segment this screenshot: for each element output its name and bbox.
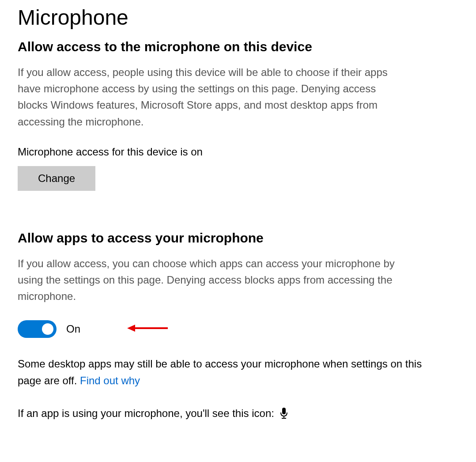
annotation-arrow-icon: [127, 323, 168, 335]
app-access-toggle[interactable]: [18, 320, 57, 338]
toggle-knob: [42, 323, 53, 335]
app-access-toggle-row: On: [18, 320, 458, 338]
svg-rect-2: [282, 408, 286, 414]
desktop-apps-note: Some desktop apps may still be able to a…: [18, 356, 442, 388]
page-title: Microphone: [18, 5, 458, 30]
mic-in-use-text: If an app is using your microphone, you'…: [18, 407, 274, 420]
section-heading-device-access: Allow access to the microphone on this d…: [18, 39, 458, 54]
toggle-label: On: [66, 323, 80, 335]
note-text-before: Some desktop apps may still be able to a…: [18, 358, 422, 386]
svg-marker-1: [127, 325, 135, 332]
device-access-description: If you allow access, people using this d…: [18, 64, 406, 130]
device-access-status: Microphone access for this device is on: [18, 146, 458, 158]
change-button[interactable]: Change: [18, 166, 95, 191]
section-heading-app-access: Allow apps to access your microphone: [18, 231, 458, 246]
app-access-description: If you allow access, you can choose whic…: [18, 255, 406, 305]
find-out-why-link[interactable]: Find out why: [80, 375, 140, 386]
microphone-icon: [280, 407, 288, 420]
mic-in-use-row: If an app is using your microphone, you'…: [18, 407, 458, 420]
